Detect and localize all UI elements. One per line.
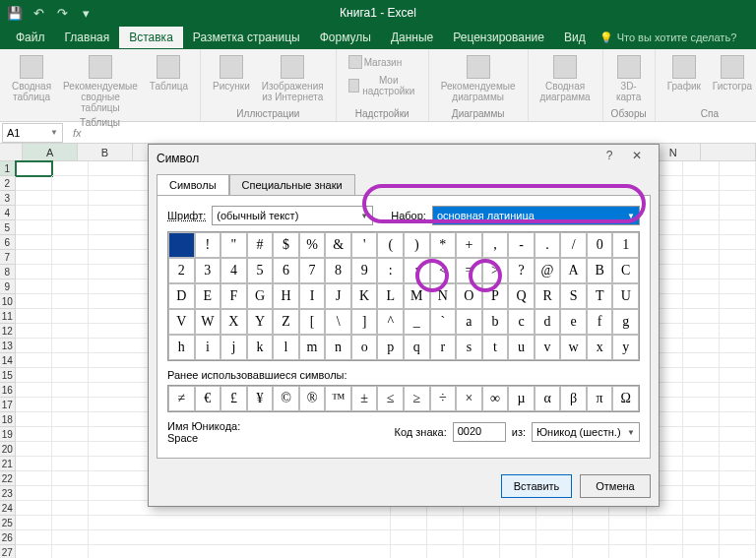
char-cell[interactable]: Y [247,309,274,335]
char-cell[interactable]: f [587,309,613,335]
cell[interactable] [52,339,89,353]
char-cell[interactable]: S [560,283,587,309]
char-cell[interactable]: K [351,283,378,309]
cell[interactable] [720,516,756,530]
cell[interactable] [16,501,52,516]
cell[interactable] [16,383,52,398]
cell[interactable] [52,353,89,368]
cell[interactable] [683,294,720,309]
tab-formulas[interactable]: Формулы [310,27,381,48]
online-pictures-button[interactable]: Изображения из Интернета [258,53,328,104]
char-cell[interactable]: ; [404,258,430,283]
row-header[interactable]: 23 [0,486,16,501]
tell-me-search[interactable]: 💡 Что вы хотите сделать? [599,31,737,44]
tab-symbols[interactable]: Символы [157,174,229,195]
cell[interactable] [720,220,756,235]
cell[interactable] [16,530,52,545]
row-header[interactable]: 26 [0,530,16,545]
tab-home[interactable]: Главная [55,27,120,48]
cell[interactable] [16,427,52,442]
cell[interactable] [536,530,573,545]
cancel-button[interactable]: Отмена [580,474,651,498]
char-cell[interactable]: C [612,258,639,283]
cell[interactable] [720,235,756,250]
cell[interactable] [720,442,756,457]
char-cell[interactable]: Q [508,283,535,309]
cell[interactable] [16,235,52,250]
sparkline-line-button[interactable]: График [663,53,705,93]
char-cell[interactable]: , [482,232,509,258]
cell[interactable] [609,516,646,530]
cell[interactable] [683,265,720,279]
cell[interactable] [720,294,756,309]
char-cell[interactable]: U [612,283,639,309]
cell[interactable] [720,383,756,398]
cell[interactable] [427,516,464,530]
char-cell[interactable]: " [220,232,247,258]
cell[interactable] [647,530,683,545]
cell[interactable] [52,161,89,176]
cell[interactable] [52,471,89,486]
tab-insert[interactable]: Вставка [119,27,183,48]
cell[interactable] [683,530,720,545]
char-cell[interactable]: P [482,283,509,309]
cell[interactable] [464,530,500,545]
char-cell[interactable]: \ [325,309,351,335]
cell[interactable] [647,516,683,530]
cell[interactable] [16,353,52,368]
cell[interactable] [683,398,720,412]
cell[interactable] [683,442,720,457]
char-cell[interactable]: = [456,258,482,283]
recent-char[interactable]: α [535,386,561,411]
recent-char[interactable]: β [560,386,587,411]
cell[interactable] [683,206,720,220]
row-header[interactable]: 19 [0,427,16,442]
cell[interactable] [720,471,756,486]
row-header[interactable]: 4 [0,206,16,220]
cell[interactable] [16,265,52,279]
cell[interactable] [52,250,89,265]
char-cell[interactable]: B [587,258,613,283]
cell[interactable] [391,516,427,530]
char-cell[interactable]: . [535,232,561,258]
cell[interactable] [720,265,756,279]
char-cell[interactable]: < [430,258,457,283]
char-cell[interactable]: ! [195,232,221,258]
char-cell[interactable]: e [560,309,587,335]
char-cell[interactable]: / [560,232,587,258]
cell[interactable] [683,220,720,235]
char-cell[interactable]: # [247,232,274,258]
char-cell[interactable]: d [535,309,561,335]
char-cell[interactable]: 0 [587,232,613,258]
row-header[interactable]: 3 [0,191,16,206]
char-cell[interactable]: V [168,309,195,335]
recent-char[interactable]: ≤ [377,386,404,411]
recent-char[interactable]: © [273,386,299,411]
cell[interactable] [683,309,720,324]
3d-map-button[interactable]: 3D-карта [611,53,647,104]
char-cell[interactable]: 4 [220,258,247,283]
cell[interactable] [16,398,52,412]
cell[interactable] [573,516,609,530]
cell[interactable] [464,545,500,558]
char-cell[interactable]: : [377,258,404,283]
char-cell[interactable]: g [612,309,639,335]
char-cell[interactable]: E [195,283,221,309]
char-cell[interactable]: J [325,283,351,309]
undo-icon[interactable]: ↶ [28,2,49,24]
cell[interactable] [720,530,756,545]
recent-char[interactable]: × [456,386,482,411]
char-cell[interactable]: + [456,232,482,258]
cell[interactable] [683,412,720,427]
cell[interactable] [720,486,756,501]
cell[interactable] [52,309,89,324]
char-cell[interactable]: * [430,232,457,258]
cell[interactable] [16,294,52,309]
pictures-button[interactable]: Рисунки [209,53,254,93]
my-addins-button[interactable]: Мои надстройки [345,73,420,98]
cell[interactable] [464,516,500,530]
pivot-table-button[interactable]: Сводная таблица [8,53,55,104]
char-cell[interactable]: > [482,258,509,283]
char-cell[interactable]: 7 [299,258,326,283]
table-button[interactable]: Таблица [146,53,192,93]
